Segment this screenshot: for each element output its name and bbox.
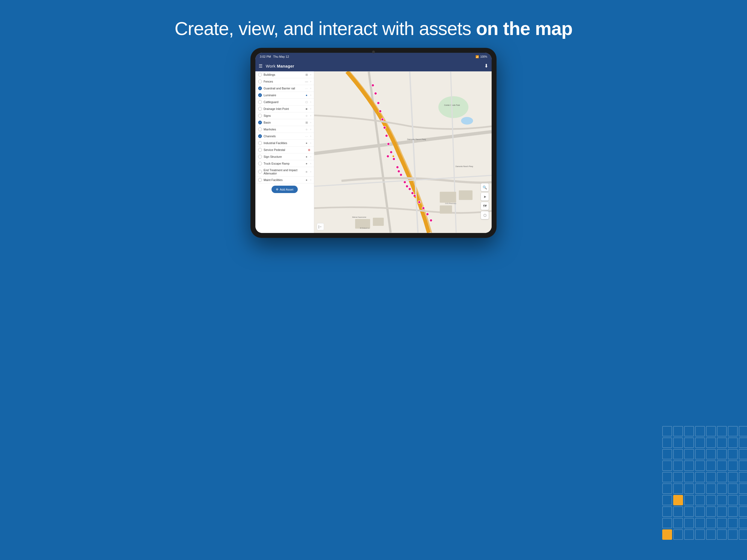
navigate-btn[interactable]: ➤ xyxy=(481,193,489,201)
layer-icon: ■ xyxy=(304,107,309,110)
layer-item[interactable]: Drainage Inlet Point■› xyxy=(255,105,314,112)
decorative-dot xyxy=(706,495,716,505)
search-btn[interactable]: 🔍 xyxy=(481,183,489,192)
layer-name: Manholes xyxy=(264,128,303,131)
nav-title-bold: Manager xyxy=(277,64,294,68)
layer-checkbox[interactable] xyxy=(258,127,262,131)
status-date: Thu May 12 xyxy=(273,55,289,58)
layer-chevron[interactable]: › xyxy=(310,155,311,158)
layer-item[interactable]: Basin⊞› xyxy=(255,119,314,126)
layer-checkbox[interactable] xyxy=(258,114,262,118)
add-asset-button[interactable]: ⊕ Add Asset xyxy=(272,186,298,193)
collapse-btn[interactable]: |← xyxy=(317,223,324,230)
layer-chevron[interactable]: › xyxy=(310,162,311,165)
svg-point-35 xyxy=(418,201,420,203)
layer-name: Basin xyxy=(264,121,303,124)
layer-chevron[interactable]: › xyxy=(310,170,311,173)
layer-item[interactable]: Cattleguard□› xyxy=(255,99,314,105)
layer-checkbox[interactable] xyxy=(258,178,262,182)
layer-chevron[interactable]: › xyxy=(310,101,311,103)
layer-chevron[interactable]: › xyxy=(310,142,311,144)
layer-checkbox[interactable] xyxy=(258,134,262,138)
layer-chevron[interactable]: › xyxy=(310,87,311,90)
layer-checkbox[interactable] xyxy=(258,161,262,166)
layer-checkbox[interactable] xyxy=(258,107,262,111)
layer-item[interactable]: Maint Facilities●› xyxy=(255,177,314,183)
decorative-dot xyxy=(739,460,747,471)
layer-checkbox[interactable] xyxy=(258,86,262,90)
layer-chevron[interactable]: › xyxy=(310,135,311,137)
decorative-dot xyxy=(717,483,727,494)
layer-checkbox[interactable] xyxy=(258,73,262,77)
svg-rect-11 xyxy=(440,205,452,213)
decorative-dot xyxy=(706,518,716,528)
decorative-dot xyxy=(728,506,738,517)
layer-icon: ○ xyxy=(304,128,309,131)
svg-text:Walmart Supercenter: Walmart Supercenter xyxy=(352,216,366,218)
map-view-btn[interactable]: 🗺 xyxy=(481,202,489,210)
decorative-dot xyxy=(728,437,738,448)
layer-checkbox[interactable] xyxy=(258,141,262,145)
decorative-dot xyxy=(695,426,705,436)
layer-checkbox[interactable] xyxy=(258,80,262,83)
decorative-dot xyxy=(706,437,716,448)
layer-name: Service Pedestal xyxy=(264,148,305,152)
decorative-dot xyxy=(728,518,738,528)
layer-checkbox[interactable] xyxy=(258,121,262,124)
layer-item[interactable]: Signs○› xyxy=(255,112,314,119)
layer-chevron[interactable]: › xyxy=(310,128,311,131)
layers-btn[interactable]: ⬡ xyxy=(481,211,489,219)
decorative-dot xyxy=(728,460,738,471)
decorative-dot xyxy=(673,426,683,436)
layer-checkbox[interactable] xyxy=(258,148,262,152)
decorative-dot xyxy=(695,506,705,517)
layer-item[interactable]: Fences—› xyxy=(255,78,314,85)
svg-point-28 xyxy=(390,151,393,154)
layer-item[interactable]: Guardrail and Barrier rail- -› xyxy=(255,85,314,92)
layer-chevron[interactable]: › xyxy=(310,73,311,76)
map-area[interactable]: Center Creek Park xyxy=(314,71,492,233)
svg-text:Damonte Ranch Pkwy: Damonte Ranch Pkwy xyxy=(456,166,473,168)
svg-point-22 xyxy=(377,102,380,104)
layer-item[interactable]: Sign Structure●› xyxy=(255,153,314,160)
menu-icon[interactable]: ☰ xyxy=(259,63,262,69)
svg-point-42 xyxy=(411,192,414,195)
layer-icon: - - xyxy=(304,135,309,137)
decorative-dot xyxy=(739,472,747,482)
layer-checkbox[interactable] xyxy=(258,155,262,159)
decorative-dot xyxy=(684,529,694,540)
decorative-dot xyxy=(673,506,683,517)
layer-chevron[interactable]: › xyxy=(310,107,311,110)
svg-rect-13 xyxy=(373,218,384,226)
svg-point-21 xyxy=(374,92,377,95)
layer-item[interactable]: Channels- -› xyxy=(255,133,314,140)
layer-item[interactable]: Truck Escape Ramp●› xyxy=(255,160,314,167)
layer-item[interactable]: Industrial Facilities●› xyxy=(255,140,314,147)
layer-icon: ● xyxy=(304,162,309,165)
nav-download-icon[interactable]: ⬇ xyxy=(484,63,488,69)
layer-checkbox[interactable] xyxy=(258,93,262,97)
svg-rect-9 xyxy=(440,192,456,203)
layer-item[interactable]: End Treatment and Impact Attenuator≡› xyxy=(255,167,314,177)
layer-name: Maint Facilities xyxy=(264,178,303,182)
layer-checkbox[interactable] xyxy=(258,170,262,174)
layer-item[interactable]: Buildings⊞› xyxy=(255,71,314,78)
layer-name: Buildings xyxy=(264,73,303,76)
layer-chevron[interactable]: › xyxy=(310,179,311,181)
layer-chevron[interactable]: › xyxy=(310,80,311,83)
decorative-dot xyxy=(695,449,705,459)
layer-chevron[interactable]: › xyxy=(310,94,311,97)
svg-point-1 xyxy=(438,96,468,118)
layer-item[interactable]: Luminaire●› xyxy=(255,92,314,99)
layer-name: Cattleguard xyxy=(264,100,303,104)
layer-chevron[interactable]: › xyxy=(310,121,311,124)
tablet-screen: 3:02 PM Thu May 12 📶 100% ☰ Work Manager… xyxy=(255,53,492,233)
decorative-dot xyxy=(684,460,694,471)
svg-point-39 xyxy=(387,155,389,157)
layer-item[interactable]: Manholes○› xyxy=(255,126,314,133)
wifi-icon: 📶 xyxy=(475,55,479,58)
layer-icon: ⊞ xyxy=(304,121,309,124)
layer-checkbox[interactable] xyxy=(258,100,262,104)
layer-item[interactable]: Service Pedestal⊕ xyxy=(255,147,314,153)
layer-chevron[interactable]: › xyxy=(310,114,311,117)
